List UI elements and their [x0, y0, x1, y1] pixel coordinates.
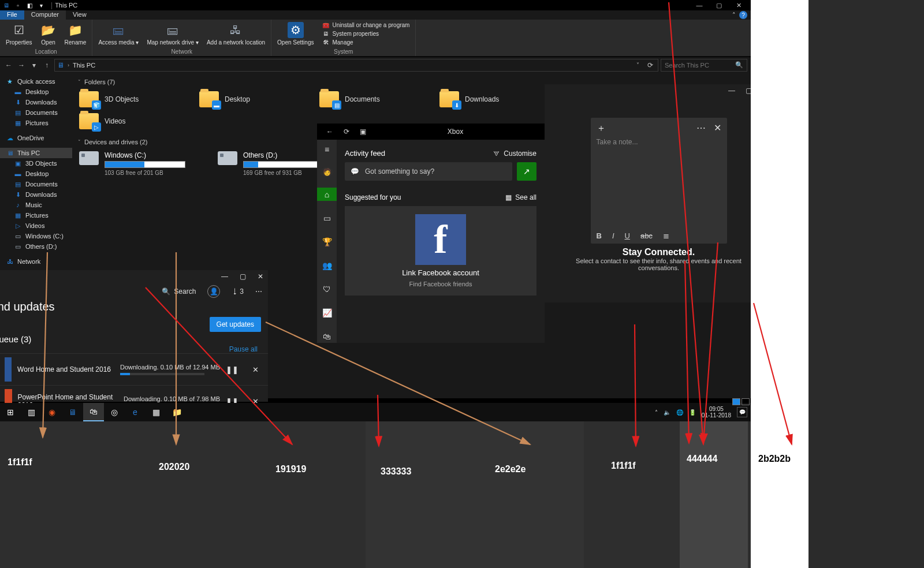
app-icon[interactable]: ◎ [104, 403, 125, 421]
underline-icon[interactable]: U [625, 231, 630, 240]
tree-pictures[interactable]: ▦Pictures [0, 118, 72, 128]
folder-tb-icon[interactable]: 📁 [166, 403, 187, 421]
tree-onedrive[interactable]: ☁OneDrive [0, 133, 72, 143]
minimize-button[interactable]: — [221, 272, 228, 281]
downloads-count[interactable]: ⭣3 [232, 287, 244, 296]
volume-icon[interactable]: 🔈 [664, 409, 670, 416]
share-button[interactable]: ↗ [517, 162, 536, 181]
minimize-button[interactable]: — [690, 0, 709, 10]
quick-access[interactable]: ★Quick access [0, 76, 72, 87]
tree-drive-c[interactable]: ▭Windows (C:) [0, 231, 72, 241]
close-button[interactable]: ✕ [258, 272, 263, 281]
xbox-back-icon[interactable]: ← [326, 128, 333, 136]
tree-pc-music[interactable]: ♪Music [0, 200, 72, 210]
trophy-icon[interactable]: 🏆 [317, 235, 337, 248]
history-dropdown[interactable]: ▾ [29, 60, 39, 70]
more-icon[interactable]: ⋯ [255, 287, 262, 296]
sticky-note[interactable]: ＋ ⋯ ✕ Take a note... B I U abc ≣ [591, 118, 727, 244]
refresh-button[interactable]: ⟳ [645, 60, 655, 70]
store-tb-icon[interactable]: 🛍 [83, 403, 104, 421]
add-note-icon[interactable]: ＋ [597, 122, 606, 134]
post-input[interactable]: 💬Got something to say? [345, 162, 512, 181]
pause-icon[interactable]: ❚❚ [226, 365, 239, 374]
people-icon[interactable]: 👥 [317, 259, 337, 272]
address-dropdown-icon[interactable]: ˅ [636, 62, 639, 68]
bold-icon[interactable]: B [597, 231, 602, 240]
tree-pc-videos[interactable]: ▷Videos [0, 221, 72, 231]
tree-documents[interactable]: ▤Documents [0, 107, 72, 118]
back-button[interactable]: ← [3, 60, 14, 70]
access-media-button[interactable]: 🖴Access media ▾ [95, 21, 142, 47]
cancel-icon[interactable]: ✕ [252, 365, 259, 374]
battery-icon[interactable]: 🔋 [689, 409, 696, 416]
maximize-button[interactable]: ▢ [240, 272, 246, 281]
folder-downloads[interactable]: ⬇Downloads [437, 89, 532, 110]
store-icon[interactable]: 🛍 [317, 330, 337, 343]
notifications-icon[interactable]: 💬 [737, 407, 747, 417]
home-icon[interactable]: ⌂ [317, 188, 337, 201]
drive-c[interactable]: Windows (C:) 103 GB free of 201 GB [77, 149, 192, 178]
ubuntu-icon[interactable]: ◉ [42, 403, 62, 421]
tree-thispc[interactable]: 🖥This PC [0, 148, 72, 158]
start-button[interactable]: ⊞ [0, 403, 21, 421]
get-updates-button[interactable]: Get updates [210, 317, 261, 332]
taskview-button[interactable]: ▥ [21, 403, 42, 421]
explorer-tb-icon[interactable]: 🖥 [62, 403, 83, 421]
app2-icon[interactable]: ▦ [146, 403, 166, 421]
customise-button[interactable]: ⩔Customise [493, 150, 536, 158]
folder-desktop[interactable]: ▬Desktop [197, 89, 292, 110]
maximize-button[interactable]: ▢ [709, 0, 729, 10]
map-drive-button[interactable]: 🖴Map network drive ▾ [143, 21, 202, 47]
folder-documents[interactable]: ▤Documents [317, 89, 412, 110]
store-titlebar[interactable]: — ▢ ✕ [0, 270, 268, 283]
tray-chevron-icon[interactable]: ˄ [655, 409, 658, 416]
shield-icon[interactable]: 🛡 [317, 282, 337, 296]
clock[interactable]: 09:05 01-11-2018 [702, 406, 731, 418]
account-icon[interactable]: 👤 [207, 285, 220, 298]
pause-all-link[interactable]: Pause all [0, 345, 268, 353]
minimize-button[interactable]: — [728, 87, 735, 95]
drive-d[interactable]: Others (D:) 169 GB free of 931 GB [215, 149, 331, 178]
manage-link[interactable]: 🛠Manage [322, 39, 409, 47]
people-titlebar[interactable]: — ▢ ✕ [545, 84, 773, 97]
see-all-button[interactable]: ▦See all [505, 193, 536, 201]
tree-downloads[interactable]: ⬇Downloads [0, 97, 72, 107]
note-close-icon[interactable]: ✕ [714, 122, 721, 134]
ribbon-collapse-icon[interactable]: ˄ [732, 12, 736, 19]
tree-pc-desktop[interactable]: ▬Desktop [0, 169, 72, 179]
folder-videos[interactable]: ▷Videos [77, 111, 172, 132]
open-settings-button[interactable]: ⚙Open Settings [274, 21, 317, 47]
sysprops-link[interactable]: 🖥System properties [322, 30, 409, 38]
chk-icon[interactable]: ◧ [25, 1, 33, 9]
facebook-card[interactable]: f Link Facebook account Find Facebook fr… [345, 206, 536, 296]
tree-pc-documents[interactable]: ▤Documents [0, 179, 72, 189]
view-list-icon[interactable] [742, 398, 750, 405]
explorer-titlebar[interactable]: 🖥 ▫ ◧ ▾ | This PC — ▢ ✕ [0, 0, 751, 10]
dropdown-icon[interactable]: ▾ [37, 1, 45, 9]
folder-3dobjects[interactable]: 🧊3D Objects [77, 89, 172, 110]
uninstall-link[interactable]: 🧰Uninstall or change a program [322, 21, 409, 29]
properties-button[interactable]: ☑Properties [2, 21, 36, 47]
tree-pc-pictures[interactable]: ▦Pictures [0, 210, 72, 221]
open-button[interactable]: 📂Open [37, 21, 60, 47]
tree-drive-d[interactable]: ▭Others (D:) [0, 241, 72, 252]
italic-icon[interactable]: I [612, 231, 614, 240]
tab-computer[interactable]: Computer [24, 10, 66, 20]
tree-network[interactable]: 🖧Network [0, 256, 72, 267]
tab-view[interactable]: View [66, 10, 94, 20]
up-button[interactable]: ↑ [42, 60, 52, 70]
doc-icon[interactable]: ▫ [14, 1, 22, 9]
screen-icon[interactable]: ▭ [317, 211, 337, 225]
close-button[interactable]: ✕ [729, 0, 748, 10]
store-search[interactable]: 🔍Search [162, 287, 196, 296]
tree-desktop[interactable]: ▬Desktop [0, 87, 72, 97]
avatar-icon[interactable]: 🧑 [320, 167, 334, 177]
add-location-button[interactable]: 🖧Add a network location [203, 21, 269, 47]
breadcrumb-chevron[interactable]: › [68, 62, 69, 68]
trend-icon[interactable]: 📈 [317, 306, 337, 319]
xbox-refresh-icon[interactable]: ⟳ [344, 128, 349, 136]
tree-3dobjects[interactable]: ▣3D Objects [0, 158, 72, 169]
forward-button[interactable]: → [16, 60, 27, 70]
search-icon[interactable]: 🔍 [735, 61, 743, 69]
hamburger-icon[interactable]: ≡ [317, 143, 337, 156]
